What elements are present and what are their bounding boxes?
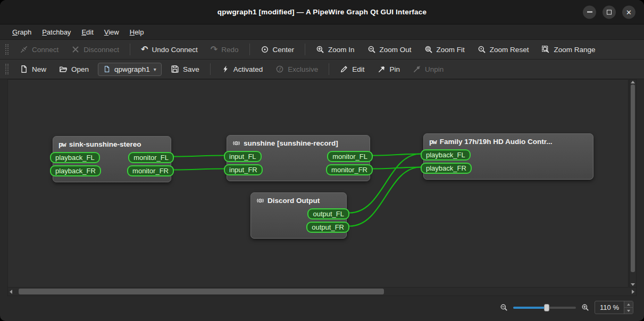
open-folder-icon: [59, 65, 68, 73]
toolbar-separator: [249, 44, 250, 55]
toolbar-drag-handle[interactable]: [5, 64, 9, 74]
toolbar-drag-handle[interactable]: [5, 44, 9, 55]
canvas-zone: pw sink-sunshine-stereo playback_FL moni…: [7, 79, 637, 288]
exclusive-button[interactable]: f Exclusive: [270, 62, 324, 77]
window-title: qpwgraph1 [modified] — A PipeWire Graph …: [218, 8, 426, 16]
node-header[interactable]: pw Family 17h/19h HD Audio Contr...: [424, 134, 593, 148]
center-icon: [261, 45, 269, 54]
new-button[interactable]: New: [14, 62, 52, 77]
port-out[interactable]: output_FL: [307, 208, 349, 219]
node-header[interactable]: Discord Output: [251, 193, 346, 207]
zoom-range-button[interactable]: Zoom Range: [536, 42, 601, 57]
menu-view[interactable]: View: [99, 27, 124, 38]
connection-edge: [174, 169, 224, 170]
port-out[interactable]: monitor_FL: [327, 151, 373, 162]
app-window: qpwgraph1 [modified] — A PipeWire Graph …: [0, 0, 644, 321]
zoom-value: 110 %: [595, 301, 624, 314]
node-header[interactable]: sunshine [sunshine-record]: [227, 136, 370, 149]
zoom-out-icon: [367, 45, 376, 54]
maximize-button[interactable]: [603, 5, 616, 19]
close-button[interactable]: ✕: [622, 5, 635, 19]
vertical-scrollbar-thumb[interactable]: [631, 85, 635, 272]
zoom-fit-icon: [424, 45, 433, 54]
record-icon: [256, 197, 264, 205]
menubar: Graph Patchbay Edit View Help: [0, 24, 644, 40]
undo-icon: ↶: [141, 46, 148, 53]
activated-button[interactable]: Activated: [215, 62, 269, 77]
port-in[interactable]: input_FR: [224, 164, 263, 175]
svg-text:f: f: [279, 66, 282, 72]
graph-canvas[interactable]: pw sink-sunshine-stereo playback_FL moni…: [7, 79, 629, 288]
node-title: sunshine [sunshine-record]: [244, 139, 338, 147]
menu-edit[interactable]: Edit: [77, 27, 98, 38]
toolbar-patchbay: New Open qpwgraph1 ▾ Save Activated f Ex…: [0, 60, 644, 79]
node-sunshine[interactable]: sunshine [sunshine-record] input_FL moni…: [227, 135, 370, 181]
minimize-button[interactable]: [583, 5, 596, 19]
zoom-slider-handle[interactable]: [544, 304, 549, 311]
zoom-out-small-icon[interactable]: [500, 303, 508, 311]
toolbar-separator: [305, 44, 305, 55]
toolbar-separator: [130, 44, 130, 55]
open-button[interactable]: Open: [53, 62, 95, 77]
horizontal-scrollbar[interactable]: [7, 288, 637, 296]
activated-lightning-icon: [221, 65, 230, 73]
unpin-button[interactable]: Unpin: [407, 62, 449, 77]
port-in[interactable]: playback_FL: [50, 152, 100, 163]
port-in[interactable]: playback_FR: [421, 163, 472, 174]
connect-button[interactable]: Connect: [14, 42, 64, 57]
center-button[interactable]: Center: [255, 42, 300, 57]
horizontal-scrollbar-thumb[interactable]: [19, 289, 384, 294]
node-discord-output[interactable]: Discord Output output_FL output_FR: [250, 192, 347, 239]
disconnect-button[interactable]: Disconnect: [65, 42, 125, 57]
node-family-audio-controller[interactable]: pw Family 17h/19h HD Audio Contr... play…: [423, 133, 593, 180]
node-header[interactable]: pw sink-sunshine-stereo: [53, 137, 171, 150]
pipewire-icon: pw: [58, 140, 66, 148]
connect-icon: [20, 45, 28, 54]
node-sink-sunshine-stereo[interactable]: pw sink-sunshine-stereo playback_FL moni…: [53, 136, 171, 182]
edit-pencil-icon: [340, 65, 348, 73]
undo-connect-button[interactable]: ↶ Undo Connect: [135, 43, 204, 57]
pin-button[interactable]: Pin: [372, 62, 406, 77]
port-out[interactable]: monitor_FR: [326, 164, 373, 175]
menu-graph[interactable]: Graph: [7, 27, 36, 38]
port-out[interactable]: output_FR: [306, 222, 349, 233]
port-out[interactable]: monitor_FR: [127, 165, 174, 176]
save-button[interactable]: Save: [165, 62, 205, 77]
zoom-in-small-icon[interactable]: [581, 303, 589, 311]
menu-help[interactable]: Help: [125, 27, 149, 38]
zoom-slider[interactable]: [513, 307, 576, 309]
pipewire-icon: pw: [429, 138, 437, 146]
edit-button[interactable]: Edit: [334, 62, 370, 77]
exclusive-icon: f: [275, 65, 284, 73]
close-icon: ✕: [626, 8, 632, 16]
patchbay-select[interactable]: qpwgraph1 ▾: [98, 63, 162, 76]
zoom-spinbox[interactable]: 110 %: [595, 301, 633, 314]
menu-patchbay[interactable]: Patchbay: [37, 27, 76, 38]
zoom-reset-button[interactable]: Zoom Reset: [472, 42, 535, 57]
port-in[interactable]: input_FL: [224, 151, 262, 162]
zoom-fit-button[interactable]: Zoom Fit: [419, 42, 471, 57]
vertical-scrollbar[interactable]: [629, 79, 637, 288]
scroll-right-arrow[interactable]: [632, 290, 634, 294]
port-in[interactable]: playback_FR: [50, 165, 101, 176]
port-out[interactable]: monitor_FL: [128, 152, 174, 163]
connection-edge: [373, 167, 421, 169]
spin-up-icon: [627, 303, 630, 306]
scroll-down-arrow[interactable]: [631, 283, 635, 286]
zoom-in-icon: [316, 45, 324, 54]
patchbay-file-icon: [103, 65, 111, 73]
spin-down-icon: [627, 310, 630, 312]
port-in[interactable]: playback_FL: [421, 149, 471, 160]
zoom-reset-icon: [478, 45, 486, 54]
record-icon: [232, 139, 240, 147]
connection-edge: [373, 154, 421, 156]
save-icon: [171, 65, 179, 73]
minimize-icon: [587, 12, 592, 13]
zoom-spin-up-button[interactable]: [624, 301, 633, 307]
titlebar[interactable]: qpwgraph1 [modified] — A PipeWire Graph …: [0, 0, 644, 24]
zoom-out-button[interactable]: Zoom Out: [362, 42, 417, 57]
zoom-in-button[interactable]: Zoom In: [310, 42, 361, 57]
redo-button[interactable]: ↷ Redo: [205, 43, 245, 57]
zoom-spin-down-button[interactable]: [624, 307, 633, 314]
pin-icon: [378, 65, 386, 73]
